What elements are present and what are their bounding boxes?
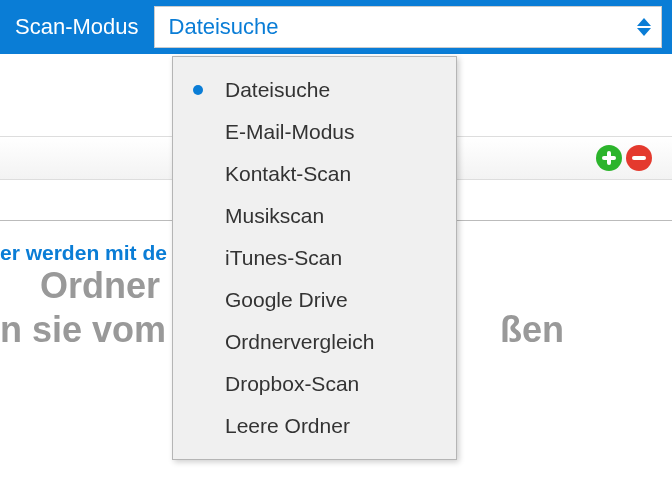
dropdown-item-label: Leere Ordner <box>225 414 350 438</box>
dropdown-item-label: Dropbox-Scan <box>225 372 359 396</box>
dropdown-item[interactable]: Dateisuche <box>173 69 456 111</box>
dropdown-item-label: iTunes-Scan <box>225 246 342 270</box>
dropdown-item-label: Kontakt-Scan <box>225 162 351 186</box>
scan-mode-dropdown: DateisucheE-Mail-ModusKontakt-ScanMusiks… <box>172 56 457 460</box>
dropdown-item[interactable]: Kontakt-Scan <box>173 153 456 195</box>
dropdown-item[interactable]: Dropbox-Scan <box>173 363 456 405</box>
dropdown-item[interactable]: iTunes-Scan <box>173 237 456 279</box>
dropdown-item-label: Ordnervergleich <box>225 330 374 354</box>
selected-bullet-icon <box>193 85 203 95</box>
dropdown-item[interactable]: E-Mail-Modus <box>173 111 456 153</box>
dropdown-item[interactable]: Musikscan <box>173 195 456 237</box>
dropdown-item-label: Musikscan <box>225 204 324 228</box>
select-stepper-icon <box>637 18 651 36</box>
scan-mode-bar: Scan-Modus Dateisuche <box>0 0 672 54</box>
dropdown-item-label: E-Mail-Modus <box>225 120 355 144</box>
remove-button[interactable] <box>626 145 652 171</box>
scan-mode-label: Scan-Modus <box>10 14 154 40</box>
dropdown-item[interactable]: Leere Ordner <box>173 405 456 447</box>
dropdown-item[interactable]: Ordnervergleich <box>173 321 456 363</box>
dropdown-item[interactable]: Google Drive <box>173 279 456 321</box>
scan-mode-select[interactable]: Dateisuche <box>154 6 662 48</box>
select-current-value: Dateisuche <box>169 14 279 40</box>
dropdown-item-label: Dateisuche <box>225 78 330 102</box>
dropdown-item-label: Google Drive <box>225 288 348 312</box>
add-button[interactable] <box>596 145 622 171</box>
